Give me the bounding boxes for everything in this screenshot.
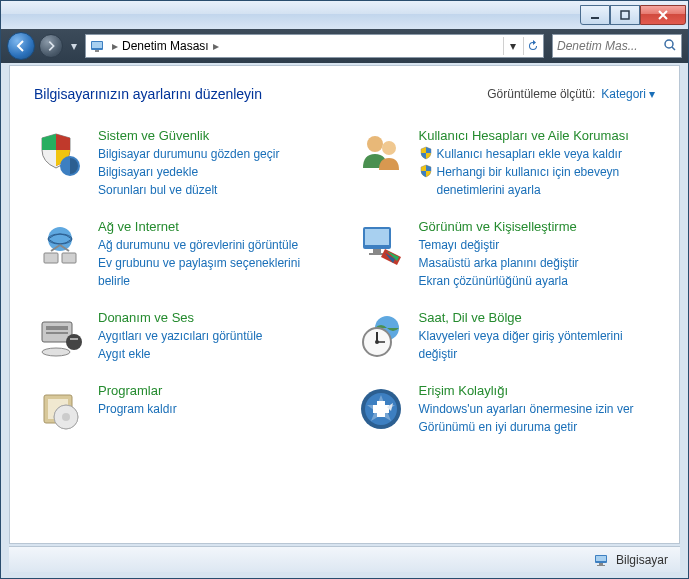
category-link[interactable]: Bilgisayar durumunu gözden geçir — [98, 145, 335, 163]
category-link[interactable]: Program kaldır — [98, 400, 335, 418]
category-title[interactable]: Programlar — [98, 383, 335, 400]
control-panel-window: ▾ ▸ Denetim Masası ▸ ▾ — [0, 0, 689, 579]
category-hardware-sound: Donanım ve Ses Aygıtları ve yazıcıları g… — [34, 310, 335, 363]
category-ease-of-access: Erişim Kolaylığı Windows'un ayarları öne… — [355, 383, 656, 436]
address-dropdown-button[interactable]: ▾ — [503, 37, 521, 55]
category-link[interactable]: Aygıtları ve yazıcıları görüntüle — [98, 327, 335, 345]
category-link[interactable]: Ağ durumunu ve görevlerini görüntüle — [98, 236, 335, 254]
svg-rect-3 — [92, 42, 102, 48]
status-text: Bilgisayar — [616, 553, 668, 567]
right-column: Kullanıcı Hesapları ve Aile Koruması Kul… — [355, 128, 656, 436]
hardware-icon — [34, 310, 86, 362]
titlebar — [1, 1, 688, 29]
nav-forward-button[interactable] — [39, 34, 63, 58]
category-programs: Programlar Program kaldır — [34, 383, 335, 435]
category-system-security: Sistem ve Güvenlik Bilgisayar durumunu g… — [34, 128, 335, 199]
svg-point-25 — [367, 136, 383, 152]
svg-rect-18 — [70, 338, 78, 340]
category-title[interactable]: Erişim Kolaylığı — [419, 383, 656, 400]
appearance-icon — [355, 219, 407, 271]
category-title[interactable]: Ağ ve Internet — [98, 219, 335, 236]
svg-rect-0 — [591, 17, 599, 19]
ease-of-access-icon — [355, 383, 407, 435]
shield-icon — [419, 164, 433, 178]
svg-rect-11 — [62, 253, 76, 263]
svg-rect-1 — [621, 11, 629, 19]
chevron-right-icon: ▸ — [211, 39, 221, 53]
category-link[interactable]: Görünümü en iyi duruma getir — [419, 418, 656, 436]
category-network-internet: Ağ ve Internet Ağ durumunu ve görevlerin… — [34, 219, 335, 290]
svg-point-17 — [66, 334, 82, 350]
category-clock-language-region: Saat, Dil ve Bölge Klavyeleri veya diğer… — [355, 310, 656, 363]
navbar: ▾ ▸ Denetim Masası ▸ ▾ — [1, 29, 688, 63]
statusbar: Bilgisayar — [9, 546, 680, 572]
view-by-value: Kategori — [601, 87, 646, 101]
svg-rect-15 — [46, 326, 68, 330]
category-link[interactable]: Masaüstü arka planını değiştir — [419, 254, 656, 272]
svg-point-5 — [665, 40, 673, 48]
view-by-dropdown[interactable]: Kategori ▾ — [601, 87, 655, 101]
chevron-down-icon: ▾ — [649, 87, 655, 101]
close-button[interactable] — [640, 5, 686, 25]
network-icon — [34, 219, 86, 271]
svg-rect-41 — [597, 565, 605, 566]
content-header: Bilgisayarınızın ayarlarını düzenleyin G… — [34, 86, 655, 102]
category-title[interactable]: Saat, Dil ve Bölge — [419, 310, 656, 327]
nav-history-dropdown[interactable]: ▾ — [67, 32, 81, 60]
category-link[interactable]: Temayı değiştir — [419, 236, 656, 254]
user-accounts-icon — [355, 128, 407, 180]
window-buttons — [580, 5, 686, 25]
category-link[interactable]: Ev grubunu ve paylaşım seçeneklerini bel… — [98, 254, 335, 290]
content-area: Bilgisayarınızın ayarlarını düzenleyin G… — [9, 65, 680, 544]
svg-rect-39 — [596, 556, 606, 561]
system-security-icon — [34, 128, 86, 180]
computer-icon — [592, 551, 610, 569]
control-panel-icon — [88, 37, 106, 55]
programs-icon — [34, 383, 86, 435]
category-user-accounts: Kullanıcı Hesapları ve Aile Koruması Kul… — [355, 128, 656, 199]
svg-line-6 — [672, 47, 675, 50]
shield-icon — [419, 146, 433, 160]
category-title[interactable]: Donanım ve Ses — [98, 310, 335, 327]
view-by-label: Görüntüleme ölçütü: — [487, 87, 595, 101]
svg-point-8 — [48, 227, 72, 251]
search-input[interactable] — [557, 39, 663, 53]
page-title: Bilgisayarınızın ayarlarını düzenleyin — [34, 86, 262, 102]
svg-rect-40 — [599, 563, 603, 565]
svg-point-26 — [382, 141, 396, 155]
breadcrumb[interactable]: ▸ Denetim Masası ▸ — [110, 39, 499, 53]
view-by: Görüntüleme ölçütü: Kategori ▾ — [487, 87, 655, 101]
svg-rect-29 — [373, 249, 381, 253]
category-link[interactable]: Klavyeleri veya diğer giriş yöntemlerini… — [419, 327, 656, 363]
category-link[interactable]: Kullanıcı hesapları ekle veya kaldır — [419, 145, 656, 163]
svg-rect-10 — [44, 253, 58, 263]
chevron-right-icon: ▸ — [110, 39, 120, 53]
category-link[interactable]: Sorunları bul ve düzelt — [98, 181, 335, 199]
left-column: Sistem ve Güvenlik Bilgisayar durumunu g… — [34, 128, 335, 436]
categories: Sistem ve Güvenlik Bilgisayar durumunu g… — [34, 128, 655, 436]
svg-point-35 — [375, 340, 379, 344]
minimize-button[interactable] — [580, 5, 610, 25]
clock-icon — [355, 310, 407, 362]
category-link[interactable]: Ekran çözünürlüğünü ayarla — [419, 272, 656, 290]
category-link[interactable]: Windows'un ayarları önermesine izin ver — [419, 400, 656, 418]
svg-rect-28 — [365, 229, 389, 245]
category-title[interactable]: Sistem ve Güvenlik — [98, 128, 335, 145]
category-title[interactable]: Görünüm ve Kişiselleştirme — [419, 219, 656, 236]
category-link[interactable]: Aygıt ekle — [98, 345, 335, 363]
address-bar[interactable]: ▸ Denetim Masası ▸ ▾ — [85, 34, 544, 58]
category-title[interactable]: Kullanıcı Hesapları ve Aile Koruması — [419, 128, 656, 145]
refresh-button[interactable] — [523, 37, 541, 55]
search-icon[interactable] — [663, 38, 677, 55]
maximize-button[interactable] — [610, 5, 640, 25]
svg-point-19 — [42, 348, 70, 356]
svg-point-23 — [62, 413, 70, 421]
category-link[interactable]: Herhangi bir kullanıcı için ebeveyn dene… — [419, 163, 656, 199]
category-link[interactable]: Bilgisayarı yedekle — [98, 163, 335, 181]
search-box[interactable] — [552, 34, 682, 58]
category-appearance: Görünüm ve Kişiselleştirme Temayı değişt… — [355, 219, 656, 290]
nav-back-button[interactable] — [7, 32, 35, 60]
breadcrumb-text[interactable]: Denetim Masası — [122, 39, 209, 53]
svg-rect-4 — [95, 50, 99, 52]
svg-rect-16 — [46, 332, 68, 334]
